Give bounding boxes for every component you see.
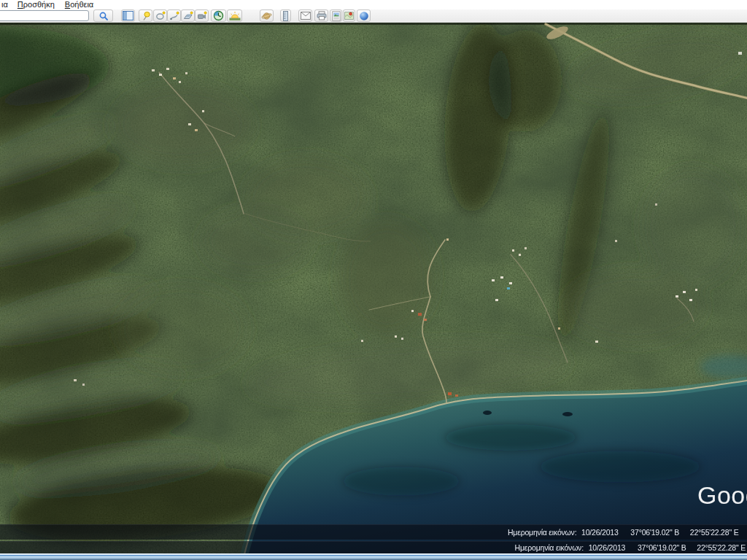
status-row: Ημερομηνία εικόνων: 10/26/2013 37°06'19.… xyxy=(515,542,746,554)
menu-item-help[interactable]: Βοήθεια xyxy=(60,0,98,9)
toolbar xyxy=(0,9,747,23)
status-row: Ημερομηνία εικόνων: 10/26/2013 37°06'19.… xyxy=(508,525,747,540)
status-bar-secondary: Ημερομηνία εικόνων: 10/26/2013 37°06'19.… xyxy=(0,541,747,554)
menu-item-tools-partial[interactable]: ια xyxy=(0,0,12,9)
clock-icon xyxy=(213,10,224,21)
save-image-button[interactable] xyxy=(330,9,342,22)
search-icon xyxy=(98,11,109,21)
polygon-icon xyxy=(155,11,166,21)
add-path-button[interactable] xyxy=(167,9,181,22)
ruler-button[interactable] xyxy=(280,9,291,22)
menu-item-add[interactable]: Προσθήκη xyxy=(12,0,60,9)
google-watermark: Google xyxy=(697,481,747,510)
add-image-overlay-button[interactable] xyxy=(181,9,195,22)
ruler-icon xyxy=(282,11,289,21)
latitude-value: 37°06'19.02" B xyxy=(638,543,686,552)
sea-dark-spot xyxy=(483,411,492,415)
sidebar-panel-icon xyxy=(123,11,133,20)
envelope-icon xyxy=(301,12,311,20)
globe-icon xyxy=(359,11,369,21)
image-file-icon xyxy=(332,11,341,21)
imagery-date-label: Ημερομηνία εικόνων: xyxy=(515,543,584,552)
video-camera-icon xyxy=(197,11,207,21)
sunlight-button[interactable] xyxy=(227,9,242,22)
path-icon xyxy=(169,11,179,21)
search-input[interactable] xyxy=(0,10,89,21)
imagery-date-label: Ημερομηνία εικόνων: xyxy=(508,528,576,537)
historical-imagery-button[interactable] xyxy=(211,9,226,22)
printer-icon xyxy=(317,11,327,20)
window-bottom-edge xyxy=(0,553,747,560)
record-tour-button[interactable] xyxy=(195,9,209,22)
planet-icon xyxy=(261,11,272,21)
email-button[interactable] xyxy=(298,9,312,22)
image-overlay-icon xyxy=(183,11,193,21)
menu-bar: ια Προσθήκη Βοήθεια xyxy=(0,0,747,9)
longitude-value: 22°55'22.28" E xyxy=(697,543,746,552)
add-placemark-button[interactable] xyxy=(139,9,152,22)
search-button[interactable] xyxy=(93,9,113,22)
satellite-imagery xyxy=(0,23,747,560)
sea-dark-spot xyxy=(562,412,573,416)
print-button[interactable] xyxy=(314,9,328,22)
add-polygon-button[interactable] xyxy=(153,9,167,22)
toggle-sidebar-button[interactable] xyxy=(121,9,135,22)
imagery-date-value: 10/26/2013 xyxy=(589,543,626,552)
map-view[interactable]: Google xyxy=(0,23,747,560)
placemark-pin-icon xyxy=(141,11,151,21)
longitude-value: 22°55'22.28" E xyxy=(690,528,739,537)
latitude-value: 37°06'19.02" B xyxy=(630,528,679,537)
view-in-maps-button[interactable] xyxy=(343,9,355,22)
status-bar-primary: Ημερομηνία εικόνων: 10/26/2013 37°06'19.… xyxy=(0,524,747,540)
map-pin-icon xyxy=(344,11,354,20)
planets-button[interactable] xyxy=(260,9,274,22)
earth-sphere-button[interactable] xyxy=(357,9,371,22)
imagery-date-value: 10/26/2013 xyxy=(581,528,619,537)
sunrise-icon xyxy=(229,11,241,21)
